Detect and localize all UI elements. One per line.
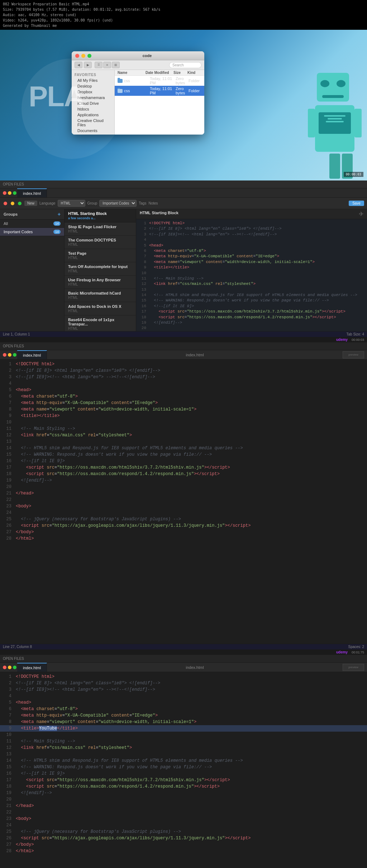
minimize-icon-2[interactable] (8, 353, 11, 357)
close-icon-1[interactable] (3, 191, 6, 195)
sidebar-item-documents[interactable]: Documents (72, 128, 114, 133)
finder-row-css-selected[interactable]: css Today, 11:01 PM Zero bytes Folder (115, 86, 204, 96)
plain3-line-23: 23 <body> (0, 816, 367, 822)
finder-toolbar: ◀ ▶ ⠿ ≡ ⊞ Search (72, 60, 204, 70)
code-header-title: HTML Starting Block (140, 211, 178, 217)
sidebar-item-cc-files[interactable]: Creative Cloud Files (72, 118, 114, 128)
new-snippet-button[interactable]: New (24, 201, 37, 206)
maximize-button-icon[interactable] (87, 54, 91, 58)
snippet-panel-title: HTML Starting Block (68, 211, 107, 216)
finder-row-css[interactable]: css Today, 11:01 PM Zero bytes Folder (115, 76, 204, 86)
tab-index-html-2[interactable]: index.html (17, 350, 47, 359)
thumbnail-preview-2: preview (343, 351, 364, 358)
robot-leg-left (329, 154, 340, 179)
maximize-icon-1[interactable] (13, 191, 16, 195)
snippet-item-4[interactable]: Use Firebug in Any Browser HTML (65, 276, 136, 289)
close-button-icon[interactable] (75, 54, 79, 58)
dot-green (18, 202, 22, 205)
back-button[interactable]: ◀ (75, 62, 82, 68)
maximize-icon-3[interactable] (13, 666, 16, 669)
view-col-btn[interactable]: ⊞ (112, 62, 120, 68)
maximize-icon-2[interactable] (13, 353, 16, 357)
plain-editor-section: OPEN FILES index.html index.html preview… (0, 342, 367, 655)
minimize-icon-3[interactable] (8, 666, 11, 669)
finder-body: Favorites All My Files Desktop Dropbox h… (72, 70, 204, 135)
folder-icon-selected (118, 89, 123, 93)
file-size-css2: Zero bytes (176, 86, 189, 95)
open-files-label-1: OPEN FILES (3, 182, 24, 186)
file-size-css: Zero bytes (176, 76, 189, 85)
finder-search[interactable]: Search (169, 62, 201, 68)
udemy-watermark-2: udemy 00:01:75 (0, 649, 367, 655)
sidebar-important-label: Important Codes (4, 230, 33, 234)
plain3-line-10: 10 (0, 732, 367, 738)
code-line-16: 16 <!--[if lt IE 9]> (136, 304, 367, 309)
code-line-9: 9 <title></title> (136, 265, 367, 270)
video-spec: Video: h264, yuv420p, 1892x1080, 30.00 f… (3, 18, 113, 22)
plain-line-6: 6 <meta charset="utf-8"> (0, 393, 367, 400)
code-line-3: 3 <!--[if IE9]><!-- <html lang="en"> -->… (136, 232, 367, 237)
thumbnail-preview-3: preview (343, 664, 364, 671)
minimize-button-icon[interactable] (81, 54, 85, 58)
dash-editor-section: OPEN FILES index.html New Language HTML … (0, 180, 367, 342)
video-audio: Audio: aac, 44100 Hz, stereo (und) (3, 13, 76, 17)
view-list-btn[interactable]: ≡ (103, 62, 111, 68)
timestamp-2: 00:01:75 (352, 651, 364, 654)
sidebar-item-all[interactable]: All 14 (0, 220, 64, 228)
snippet-type-5: HTML (68, 296, 132, 300)
minimize-icon-1[interactable] (8, 191, 11, 195)
send-icon[interactable]: ✈ (359, 211, 363, 217)
plain-line-14: 14 <!-- HTML5 shim and Respond.js for IE… (0, 445, 367, 451)
snippet-item-3[interactable]: Turn Off Autocomplete for Input HTML (65, 262, 136, 276)
group-label: Group (87, 201, 97, 205)
plain-line-10: 10 (0, 419, 367, 426)
empty-space-2 (0, 542, 367, 642)
finder-window: code ◀ ▶ ⠿ ≡ ⊞ Search Favorites All My F… (72, 51, 204, 135)
code-line-4: 4 (136, 237, 367, 243)
plain-line-9: 9 <title></title> (0, 413, 367, 419)
close-icon-2[interactable] (3, 353, 6, 357)
group-select[interactable]: Important Codes (99, 200, 137, 207)
plain3-line-22: 22 (0, 809, 367, 816)
snippet-item-5[interactable]: Basic Microformatted hCard HTML (65, 289, 136, 302)
tab-index-html-3[interactable]: index.html (17, 663, 47, 672)
sidebar-item-downloads[interactable]: Downloads (72, 133, 114, 135)
snippet-item-6[interactable]: Add Spaces to Dock in OS X HTML (65, 302, 136, 315)
editor-status-bar-2: Line 27, Column 8 Spaces: 2 (0, 644, 367, 649)
snippet-type-3: HTML (68, 269, 132, 273)
snippet-item-7[interactable]: Base64 Encode of 1x1px Transpar... HTML (65, 315, 136, 331)
view-icon-btn[interactable]: ⠿ (95, 62, 103, 68)
sidebar-item-important[interactable]: Important Codes 14 (0, 228, 64, 236)
open-files-label-3: OPEN FILES (3, 657, 24, 661)
language-select[interactable]: HTML CSS JavaScript (58, 200, 85, 207)
dot-red (4, 202, 7, 205)
code-line-19: 19 <![endif]--> (136, 320, 367, 325)
add-group-icon[interactable]: + (58, 211, 61, 217)
plain3-line-19: 19 <![endif]--> (0, 790, 367, 796)
tab-index-html-1[interactable]: index.html (17, 188, 47, 197)
plain-line-23: 23 <body> (0, 503, 367, 510)
snippet-item-2[interactable]: Test Page HTML (65, 249, 136, 262)
forward-button[interactable]: ▶ (84, 62, 92, 68)
code-line-20: 20 (136, 325, 367, 331)
snippet-title-4: Use Firebug in Any Browser (68, 278, 132, 282)
plain-editor-body-2: 1 <!DOCTYPE html> 2 <!--[if IE 8]> <html… (0, 360, 367, 644)
plain3-line-15: 15 <!-- WARNING: Respond.js doesn't work… (0, 764, 367, 770)
close-icon-3[interactable] (3, 666, 6, 669)
code-line-7: 7 <meta http-equiv="X-UA-Compatible" con… (136, 254, 367, 259)
file-path-indicator-2: index.html (47, 353, 343, 357)
snippet-item-0[interactable]: Stop IE Page Load Flicker HTML (65, 222, 136, 236)
video-info-bar: 002 Workspace Preparation Basic HTML.mp4… (0, 0, 367, 30)
plain-line-16: 16 <!--[if lt IE 9]> (0, 458, 367, 464)
status-position-1: Line 1, Column 1 (3, 332, 30, 336)
snippet-item-1[interactable]: The Common DOCTYPES HTML (65, 236, 136, 249)
plain3-line-7: 7 <meta http-equiv="X-UA-Compatible" con… (0, 712, 367, 719)
snippet-type-7: HTML (68, 327, 132, 330)
timestamp-1: 00:00:03 (352, 338, 364, 342)
snippet-type-6: HTML (68, 309, 132, 313)
file-path-indicator-3: index.html (47, 665, 343, 670)
save-button[interactable]: Save (349, 201, 364, 206)
code-line-2: 2 <!--[if IE 8]> <html lang="en" class="… (136, 226, 367, 231)
editor-tab-bar-3: index.html index.html preview (0, 663, 367, 672)
plain-line-5: 5 <head> (0, 387, 367, 393)
